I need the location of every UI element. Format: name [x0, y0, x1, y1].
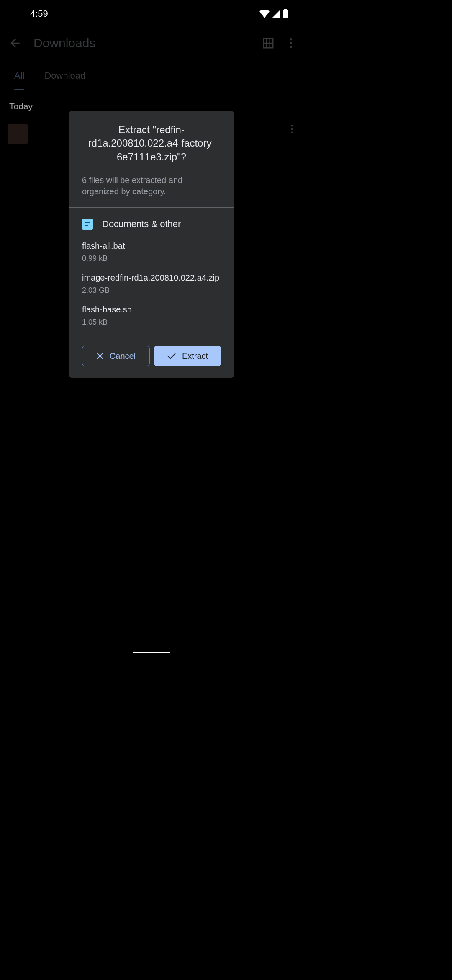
dialog-title: Extract "redfin-rd1a.200810.022.a4-facto…: [82, 123, 221, 164]
file-item: flash-all.bat 0.99 kB: [82, 241, 221, 263]
svg-rect-11: [85, 224, 90, 224]
file-size: 1.05 kB: [82, 318, 221, 325]
file-name: image-redfin-rd1a.200810.022.a4.zip: [82, 273, 221, 283]
close-icon: [96, 352, 104, 360]
document-icon: [82, 219, 93, 230]
category-header: Documents & other: [82, 219, 221, 230]
extract-dialog: Extract "redfin-rd1a.200810.022.a4-facto…: [69, 111, 234, 378]
svg-rect-10: [85, 222, 90, 223]
cancel-label: Cancel: [110, 351, 136, 361]
check-icon: [167, 352, 176, 360]
dialog-backdrop: Extract "redfin-rd1a.200810.022.a4-facto…: [0, 0, 303, 657]
dialog-subtitle: 6 files will be extracted and organized …: [82, 175, 221, 197]
category-title: Documents & other: [102, 219, 181, 230]
file-item: image-redfin-rd1a.200810.022.a4.zip 2.03…: [82, 273, 221, 295]
file-size: 0.99 kB: [82, 254, 221, 263]
file-item: flash-base.sh 1.05 kB: [82, 305, 221, 325]
nav-bar-handle[interactable]: [133, 652, 170, 653]
extract-label: Extract: [182, 351, 208, 361]
file-name: flash-all.bat: [82, 241, 221, 251]
svg-rect-12: [85, 225, 88, 226]
file-name: flash-base.sh: [82, 305, 221, 315]
extract-button[interactable]: Extract: [154, 346, 221, 366]
file-size: 2.03 GB: [82, 286, 221, 295]
cancel-button[interactable]: Cancel: [82, 346, 150, 366]
